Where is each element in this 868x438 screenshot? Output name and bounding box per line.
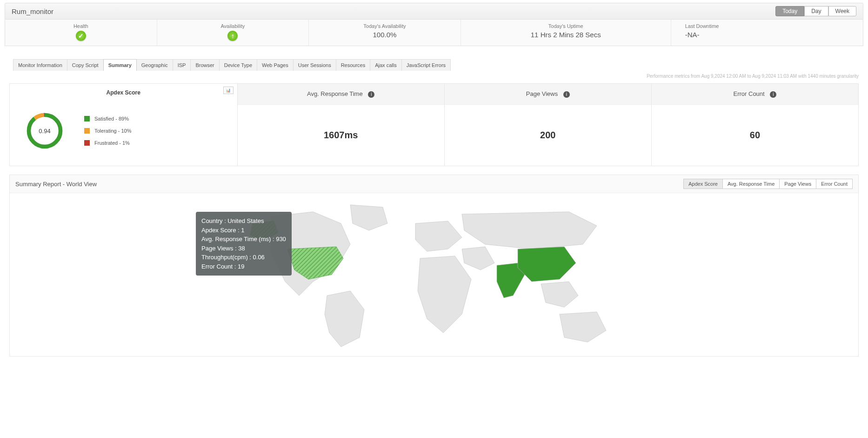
status-row: Health ✓ Availability ↑ Today's Availabi… xyxy=(5,20,863,46)
status-health-label: Health xyxy=(8,23,154,29)
tab-browser[interactable]: Browser xyxy=(190,59,219,71)
tab-web-pages[interactable]: Web Pages xyxy=(257,59,294,71)
tab-resources[interactable]: Resources xyxy=(336,59,371,71)
status-availability-label: Availability xyxy=(160,23,306,29)
tab-user-sessions[interactable]: User Sessions xyxy=(293,59,336,71)
world-tab-errors[interactable]: Error Count xyxy=(816,179,853,189)
status-availability: Availability ↑ xyxy=(157,20,309,46)
avg-response-card: Avg. Response Time i 1607ms xyxy=(237,84,444,166)
apdex-settings-button[interactable]: 📊 xyxy=(223,87,234,94)
metrics-note: Performance metrics from Aug 9,2024 12:0… xyxy=(0,74,859,79)
todays-availability-value: 100.0% xyxy=(312,31,458,39)
world-view-panel: Summary Report - World View Apdex Score … xyxy=(9,175,859,357)
legend-tolerating: Tolerating - 10% xyxy=(84,128,132,134)
world-tab-avg[interactable]: Avg. Response Time xyxy=(722,179,780,189)
swatch-tolerating xyxy=(84,128,90,134)
info-icon[interactable]: i xyxy=(770,91,776,98)
tooltip-apdex: Apdex Score : 1 xyxy=(201,226,286,235)
page-views-label: Page Views xyxy=(526,90,558,97)
error-count-label: Error Count xyxy=(734,90,765,97)
status-health: Health ✓ xyxy=(5,20,157,46)
world-map-body: Country : United States Apdex Score : 1 … xyxy=(10,193,858,356)
todays-uptime-label: Today's Uptime xyxy=(464,23,668,29)
time-range-today[interactable]: Today xyxy=(775,6,804,16)
tab-geographic[interactable]: Geographic xyxy=(136,59,173,71)
chart-settings-icon: 📊 xyxy=(226,88,231,93)
apdex-title: Apdex Score xyxy=(10,84,237,96)
tooltip-avg: Avg. Response Time (ms) : 930 xyxy=(201,235,286,244)
page-views-card: Page Views i 200 xyxy=(444,84,651,166)
error-count-card: Error Count i 60 xyxy=(651,84,858,166)
health-check-icon: ✓ xyxy=(76,31,86,41)
legend-frustrated-label: Frustrated - 1% xyxy=(94,140,130,146)
tab-javascript-errors[interactable]: JavaScript Errors xyxy=(401,59,451,71)
avg-response-value: 1607ms xyxy=(238,105,444,166)
world-map[interactable] xyxy=(243,198,625,351)
tooltip-views: Page Views : 38 xyxy=(201,244,286,253)
tooltip-country: Country : United States xyxy=(201,216,286,226)
last-downtime-label: Last Downtime xyxy=(685,23,860,29)
info-icon[interactable]: i xyxy=(563,91,570,98)
=: Country : United States Apdex Score : 1 … xyxy=(196,212,292,276)
avg-response-label: Avg. Response Time xyxy=(307,90,363,97)
map-region-china[interactable] xyxy=(518,247,576,282)
swatch-frustrated xyxy=(84,140,90,146)
tab-summary[interactable]: Summary xyxy=(103,59,137,71)
tab-ajax-calls[interactable]: Ajax calls xyxy=(370,59,401,71)
legend-satisfied: Satisfied - 89% xyxy=(84,116,132,121)
todays-availability-label: Today's Availability xyxy=(312,23,458,29)
apdex-card: 📊 Apdex Score 0.94 Satisfied - 89% xyxy=(10,84,237,166)
time-range-week[interactable]: Week xyxy=(828,6,856,16)
apdex-score-value: 0.94 xyxy=(24,110,66,152)
legend-satisfied-label: Satisfied - 89% xyxy=(94,116,129,121)
time-range-toggle: Today Day Week xyxy=(775,6,856,16)
status-todays-uptime: Today's Uptime 11 Hrs 2 Mins 28 Secs xyxy=(461,20,671,46)
error-count-header: Error Count i xyxy=(652,84,858,105)
avg-response-header: Avg. Response Time i xyxy=(238,84,444,105)
apdex-donut-chart: 0.94 xyxy=(24,110,66,152)
swatch-satisfied xyxy=(84,116,90,121)
apdex-legend: Satisfied - 89% Tolerating - 10% Frustra… xyxy=(84,116,132,146)
summary-cards: 📊 Apdex Score 0.94 Satisfied - 89% xyxy=(9,83,859,166)
title-bar: Rum_monitor Today Day Week xyxy=(5,3,863,20)
page-views-value: 200 xyxy=(445,105,651,166)
info-icon[interactable]: i xyxy=(368,91,374,98)
legend-frustrated: Frustrated - 1% xyxy=(84,140,132,146)
status-last-downtime: Last Downtime -NA- xyxy=(671,20,863,46)
world-view-tabs: Apdex Score Avg. Response Time Page View… xyxy=(683,179,853,189)
tab-copy-script[interactable]: Copy Script xyxy=(67,59,104,71)
world-tab-apdex[interactable]: Apdex Score xyxy=(683,179,723,189)
world-view-title: Summary Report - World View xyxy=(15,181,97,188)
time-range-day[interactable]: Day xyxy=(804,6,828,16)
legend-tolerating-label: Tolerating - 10% xyxy=(94,128,132,134)
availability-up-icon: ↑ xyxy=(227,31,238,41)
tooltip-errors: Error Count : 19 xyxy=(201,262,286,271)
last-downtime-value: -NA- xyxy=(685,31,860,39)
page-views-header: Page Views i xyxy=(445,84,651,105)
page-title: Rum_monitor xyxy=(12,7,53,15)
tab-monitor-information[interactable]: Monitor Information xyxy=(13,59,67,71)
error-count-value: 60 xyxy=(652,105,858,166)
status-todays-availability: Today's Availability 100.0% xyxy=(309,20,461,46)
main-tabs: Monitor Information Copy Script Summary … xyxy=(13,59,863,71)
tooltip-throughput: Throughput(cpm) : 0.06 xyxy=(201,253,286,262)
world-tab-views[interactable]: Page Views xyxy=(779,179,816,189)
tab-device-type[interactable]: Device Type xyxy=(219,59,257,71)
tab-isp[interactable]: ISP xyxy=(173,59,191,71)
todays-uptime-value: 11 Hrs 2 Mins 28 Secs xyxy=(464,31,668,39)
